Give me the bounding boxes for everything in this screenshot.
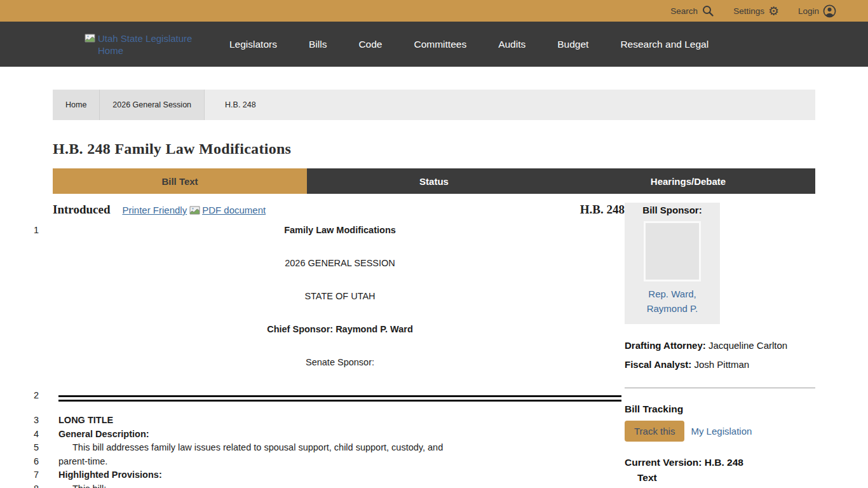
version-list-item: Introduced (Currently Displayed) bbox=[625, 485, 815, 488]
line-number bbox=[25, 290, 58, 303]
nav-item-research-and-legal[interactable]: Research and Legal bbox=[620, 39, 709, 50]
nav-items: Legislators Bills Code Committees Audits… bbox=[229, 39, 709, 50]
breadcrumb: Home 2026 General Session H.B. 248 bbox=[53, 90, 815, 120]
broken-image-icon bbox=[85, 34, 95, 45]
my-legislation-link[interactable]: My Legislation bbox=[691, 426, 752, 437]
main-nav: Utah State Legislature Home Legislators … bbox=[0, 22, 868, 67]
bill-document-links: Printer Friendly PDF document bbox=[122, 205, 266, 217]
bill-line-text: parent-time. bbox=[58, 455, 625, 469]
line-number: 7 bbox=[25, 468, 58, 482]
login-button[interactable]: Login bbox=[798, 4, 836, 18]
bill-line: 4 General Description: bbox=[25, 428, 625, 442]
bill-line-text: LONG TITLE bbox=[58, 414, 625, 428]
line-number: 1 bbox=[25, 224, 58, 237]
bill-number: H.B. 248 bbox=[580, 203, 625, 217]
nav-item-legislators[interactable]: Legislators bbox=[229, 39, 277, 50]
bill-tracking-controls: Track this My Legislation bbox=[625, 421, 815, 442]
bill-sponsor-card: Bill Sponsor: Rep. Ward, Raymond P. bbox=[625, 203, 720, 324]
fiscal-analyst-row: Fiscal Analyst: Josh Pittman bbox=[625, 355, 815, 374]
drafting-attorney-row: Drafting Attorney: Jacqueline Carlton bbox=[625, 336, 815, 355]
bill-line-text: This bill: bbox=[58, 482, 625, 488]
bill-sidebar: Bill Sponsor: Rep. Ward, Raymond P. Draf… bbox=[625, 203, 815, 488]
bill-line-text: Chief Sponsor: Raymond P. Ward bbox=[58, 323, 625, 336]
bill-line: 7 Highlighted Provisions: bbox=[25, 468, 625, 482]
bill-line: 3 LONG TITLE bbox=[25, 414, 625, 428]
breadcrumb-current-bill: H.B. 248 bbox=[205, 90, 269, 120]
user-icon bbox=[823, 4, 836, 18]
legislature-home-link[interactable]: Utah State Legislature Home bbox=[85, 32, 194, 57]
nav-item-committees[interactable]: Committees bbox=[414, 39, 466, 50]
bill-line-text: STATE OF UTAH bbox=[58, 290, 625, 303]
breadcrumb-session[interactable]: 2026 General Session bbox=[100, 90, 205, 120]
tab-hearings-debate[interactable]: Hearings/Debate bbox=[561, 168, 815, 194]
broken-image-icon bbox=[189, 206, 200, 217]
line-number: 4 bbox=[25, 428, 58, 442]
double-rule bbox=[58, 395, 621, 402]
current-version-line2: Text bbox=[625, 470, 815, 485]
drafting-attorney-name: Jacqueline Carlton bbox=[709, 340, 787, 351]
line-number bbox=[25, 323, 58, 336]
bill-tracking-heading: Bill Tracking bbox=[625, 403, 815, 415]
tab-status[interactable]: Status bbox=[307, 168, 561, 194]
current-version-line1: Current Version: H.B. 248 bbox=[625, 455, 815, 470]
bill-sponsor-label: Bill Sponsor: bbox=[625, 205, 720, 215]
track-this-button[interactable]: Track this bbox=[625, 421, 684, 442]
bill-text-panel: Introduced Printer Friendly PDF document… bbox=[25, 203, 625, 488]
login-label: Login bbox=[798, 6, 819, 16]
gear-icon: ⚙ bbox=[768, 5, 779, 17]
search-label: Search bbox=[670, 6, 698, 16]
settings-button[interactable]: Settings ⚙ bbox=[733, 5, 779, 17]
line-number: 5 bbox=[25, 441, 58, 455]
bill-text-header: Introduced Printer Friendly PDF document… bbox=[53, 203, 625, 219]
printer-friendly-link[interactable]: Printer Friendly bbox=[122, 205, 187, 215]
line-number bbox=[25, 257, 58, 270]
nav-item-bills[interactable]: Bills bbox=[309, 39, 327, 50]
search-button[interactable]: Search bbox=[670, 4, 714, 17]
line-number: 8 bbox=[25, 482, 58, 488]
fiscal-analyst-label: Fiscal Analyst: bbox=[625, 359, 691, 370]
line-number: 2 bbox=[25, 389, 58, 405]
bill-line-text: This bill addresses family law issues re… bbox=[58, 441, 625, 455]
search-icon bbox=[702, 4, 714, 17]
bill-line: Chief Sponsor: Raymond P. Ward bbox=[25, 323, 625, 336]
bill-line: 1 Family Law Modifications bbox=[25, 224, 625, 237]
sponsor-photo-placeholder bbox=[644, 221, 701, 281]
fiscal-analyst-name: Josh Pittman bbox=[695, 359, 750, 370]
drafting-attorney-label: Drafting Attorney: bbox=[625, 340, 706, 351]
bill-version-heading: Introduced bbox=[53, 203, 110, 217]
bill-line-separator: 2 bbox=[25, 389, 625, 405]
tab-bill-text[interactable]: Bill Text bbox=[53, 168, 307, 194]
pdf-document-link[interactable]: PDF document bbox=[189, 205, 266, 217]
current-version-heading: Current Version: H.B. 248 Text bbox=[625, 455, 815, 485]
bill-line: STATE OF UTAH bbox=[25, 290, 625, 303]
breadcrumb-home[interactable]: Home bbox=[53, 90, 100, 120]
bill-line: Senate Sponsor: bbox=[25, 356, 625, 369]
logo-alt-text: Utah State Legislature Home bbox=[98, 32, 194, 57]
line-number bbox=[25, 356, 58, 369]
bill-line: 6 parent-time. bbox=[25, 455, 625, 469]
bill-line-text: Family Law Modifications bbox=[58, 224, 625, 237]
sidebar-divider bbox=[625, 388, 815, 388]
bill-line-text: Highlighted Provisions: bbox=[58, 468, 625, 482]
bill-line-text: General Description: bbox=[58, 428, 625, 442]
bill-line: 2026 GENERAL SESSION bbox=[25, 257, 625, 270]
utility-bar: Search Settings ⚙ Login bbox=[0, 0, 868, 22]
nav-item-code[interactable]: Code bbox=[358, 39, 382, 50]
bill-tabs: Bill Text Status Hearings/Debate bbox=[53, 168, 815, 194]
bill-line-rule-container bbox=[58, 389, 625, 405]
page-title: H.B. 248 Family Law Modifications bbox=[53, 140, 868, 158]
bill-line: 5 This bill addresses family law issues … bbox=[25, 441, 625, 455]
bill-line-text: 2026 GENERAL SESSION bbox=[58, 257, 625, 270]
nav-item-audits[interactable]: Audits bbox=[498, 39, 526, 50]
pdf-alt-text: PDF document bbox=[202, 205, 266, 215]
line-number: 3 bbox=[25, 414, 58, 428]
settings-label: Settings bbox=[733, 6, 764, 16]
line-number: 6 bbox=[25, 455, 58, 469]
bill-line-text: Senate Sponsor: bbox=[58, 356, 625, 369]
bill-line: 8 This bill: bbox=[25, 482, 625, 488]
nav-item-budget[interactable]: Budget bbox=[557, 39, 588, 50]
sponsor-link[interactable]: Rep. Ward, Raymond P. bbox=[625, 287, 720, 316]
bill-staff-info: Drafting Attorney: Jacqueline Carlton Fi… bbox=[625, 336, 815, 374]
